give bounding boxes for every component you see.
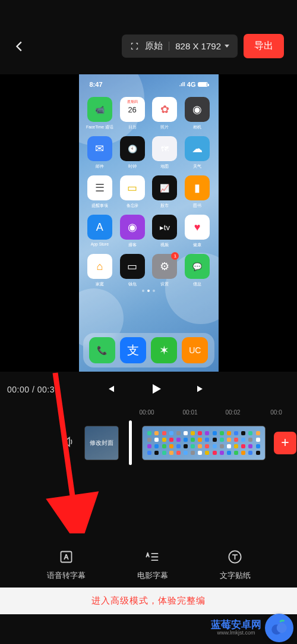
dimensions-text: 828 X 1792 — [175, 41, 221, 51]
advanced-mode-bar[interactable]: 进入高级模式，体验完整编 — [0, 588, 297, 614]
svg-point-4 — [277, 623, 287, 633]
next-frame-button[interactable] — [195, 384, 206, 396]
video-clip[interactable] — [142, 426, 266, 460]
tool-text-sticker[interactable]: 文字贴纸 — [220, 549, 251, 581]
status-time: 8:47 — [90, 81, 103, 88]
cover-thumbnail[interactable]: 修改封面 — [84, 426, 119, 460]
crop-icon — [130, 42, 139, 51]
watermark: 蓝莓安卓网 www.lmkjst.com — [211, 614, 293, 642]
tool-movie-subtitle[interactable]: 电影字幕 — [137, 549, 168, 581]
add-clip-button[interactable]: + — [274, 432, 296, 454]
video-preview[interactable]: 8:47 .ıll4G 📹FaceTime 通话星期四26日历✿照片◉相机✉邮件… — [0, 74, 297, 372]
blueberry-icon — [265, 614, 293, 642]
mute-button[interactable] — [59, 435, 77, 451]
time-total: 00:3 — [37, 385, 55, 394]
export-button[interactable]: 导出 — [244, 34, 284, 58]
tool-voice-to-subtitle[interactable]: 语音转字幕 — [47, 549, 86, 581]
svg-rect-1 — [61, 552, 71, 563]
back-button[interactable] — [13, 40, 26, 53]
chevron-down-icon — [225, 45, 229, 48]
aspect-ratio-selector[interactable]: 原始 828 X 1792 — [122, 34, 238, 58]
original-label: 原始 — [145, 40, 163, 52]
play-button[interactable] — [148, 382, 163, 398]
playhead[interactable] — [129, 420, 132, 465]
prev-frame-button[interactable] — [105, 384, 116, 396]
time-current: 00:00 — [7, 385, 30, 394]
